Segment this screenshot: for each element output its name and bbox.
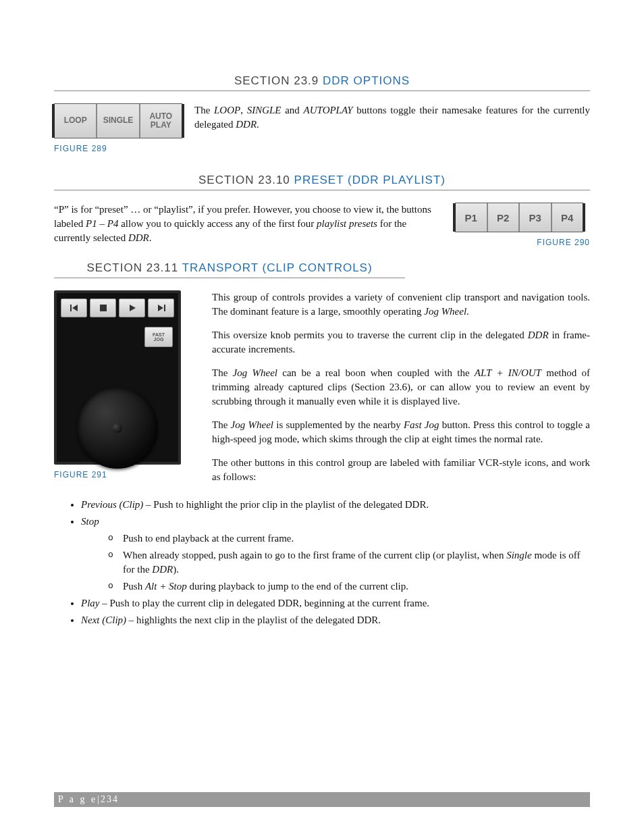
section-23-11-heading: SECTION 23.11 TRANSPORT (CLIP CONTROLS) xyxy=(54,261,405,278)
list-item: Previous (Clip) – Push to highlight the … xyxy=(81,498,590,512)
svg-marker-3 xyxy=(130,305,136,311)
svg-rect-0 xyxy=(70,305,72,311)
section-23-10-paragraph: “P” is for “preset” … or “playlist”, if … xyxy=(54,203,441,245)
loop-button[interactable]: LOOP xyxy=(55,104,97,138)
single-button[interactable]: SINGLE xyxy=(97,104,140,138)
svg-rect-5 xyxy=(164,305,165,311)
transport-panel: FAST JOG xyxy=(54,290,181,465)
skip-back-icon xyxy=(70,304,78,312)
play-icon xyxy=(128,304,136,312)
stop-button[interactable] xyxy=(90,298,116,317)
figure-291-caption: FIGURE 291 xyxy=(54,470,196,479)
svg-marker-4 xyxy=(158,305,163,311)
section-23-9-paragraph: The LOOP, SINGLE and AUTOPLAY buttons to… xyxy=(194,103,590,132)
next-clip-button[interactable] xyxy=(148,298,174,317)
list-item: Push to end playback at the current fram… xyxy=(108,531,590,546)
list-item: Next (Clip) – highlights the next clip i… xyxy=(81,613,590,627)
preset-p1-button[interactable]: P1 xyxy=(456,203,488,232)
s11-p1: This group of controls provides a variet… xyxy=(212,290,590,319)
section-23-9-heading: SECTION 23.9 DDR OPTIONS xyxy=(54,74,590,91)
list-item: Stop Push to end playback at the current… xyxy=(81,515,590,594)
jog-wheel[interactable] xyxy=(77,388,158,469)
autoplay-button[interactable]: AUTO PLAY xyxy=(140,104,182,138)
s11-p4: The Jog Wheel is supplemented by the nea… xyxy=(212,418,590,446)
transport-bullet-list: Previous (Clip) – Push to highlight the … xyxy=(81,498,590,627)
preset-button-bar: P1 P2 P3 P4 xyxy=(455,203,583,232)
figure-290-caption: FIGURE 290 xyxy=(455,238,590,247)
section-23-10-heading: SECTION 23.10 PRESET (DDR PLAYLIST) xyxy=(54,174,590,190)
preset-p4-button[interactable]: P4 xyxy=(552,203,583,232)
skip-forward-icon xyxy=(157,304,165,312)
list-item: When already stopped, push again to go t… xyxy=(108,548,590,577)
list-item: Push Alt + Stop during playback to jump … xyxy=(108,579,590,594)
ddr-options-button-bar: LOOP SINGLE AUTO PLAY xyxy=(54,103,182,138)
svg-rect-2 xyxy=(100,305,107,311)
previous-clip-button[interactable] xyxy=(61,298,87,317)
s11-p2: This oversize knob permits you to traver… xyxy=(212,328,590,357)
stop-icon xyxy=(99,304,107,312)
list-item: Play – Push to play the current clip in … xyxy=(81,596,590,610)
s11-p3: The Jog Wheel can be a real boon when co… xyxy=(212,366,590,409)
play-button[interactable] xyxy=(119,298,145,317)
preset-p2-button[interactable]: P2 xyxy=(488,203,520,232)
s11-p5: The other buttons in this control group … xyxy=(212,456,590,484)
fast-jog-button[interactable]: FAST JOG xyxy=(144,327,173,347)
page-footer: P a g e | 234 xyxy=(54,792,590,807)
preset-p3-button[interactable]: P3 xyxy=(520,203,552,232)
figure-289-caption: FIGURE 289 xyxy=(54,144,182,153)
svg-marker-1 xyxy=(72,305,78,311)
